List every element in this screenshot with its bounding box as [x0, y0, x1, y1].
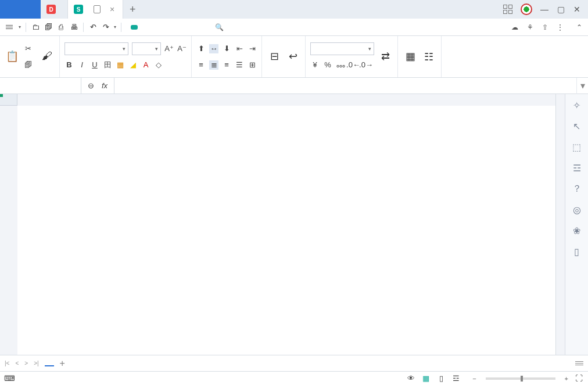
inc-decimal-icon[interactable]: .0← — [349, 60, 358, 70]
mobile-icon[interactable] — [94, 5, 101, 13]
last-sheet-icon[interactable]: >| — [34, 360, 38, 366]
ribbon-tab-start[interactable] — [131, 25, 138, 30]
ribbon-tab-view[interactable] — [180, 25, 187, 30]
saveas-icon[interactable]: 🗐 — [44, 23, 53, 32]
ribbon-tab-data[interactable] — [163, 25, 170, 30]
vertical-scrollbar[interactable] — [555, 94, 565, 355]
first-sheet-icon[interactable]: |< — [5, 360, 9, 366]
comma-icon[interactable]: ₒₒₒ — [336, 60, 345, 70]
align-bottom-icon[interactable]: ⬇ — [222, 44, 231, 53]
paste-button[interactable]: 📋 — [5, 49, 20, 65]
view-normal-icon[interactable]: ▦ — [421, 374, 431, 383]
add-sheet-button[interactable]: + — [60, 358, 65, 369]
close-window-button[interactable]: ✕ — [573, 5, 581, 13]
more-format-button[interactable]: ☷ — [421, 49, 436, 64]
fx-icon[interactable]: fx — [100, 81, 109, 91]
fill-color-button[interactable]: ▦ — [116, 60, 125, 70]
hamburger-icon[interactable] — [6, 25, 13, 29]
ribbon-tab-formula[interactable] — [155, 25, 162, 30]
ribbon-tab-vip[interactable] — [196, 25, 203, 30]
maximize-button[interactable]: ▢ — [557, 5, 565, 13]
cond-format-button[interactable]: ▦ — [403, 49, 418, 65]
next-sheet-icon[interactable]: > — [24, 360, 28, 366]
collapse-ribbon-icon[interactable]: ⌃ — [576, 23, 582, 31]
name-box[interactable] — [0, 78, 81, 94]
shrink-font-icon[interactable]: A⁻ — [177, 44, 187, 53]
unsync-button[interactable]: ☁ — [511, 23, 520, 31]
zoom-out-button[interactable]: − — [472, 375, 476, 382]
expand-fx-icon[interactable]: ▾ — [576, 78, 588, 94]
command-search[interactable]: 🔍 — [211, 21, 230, 33]
add-tab-button[interactable]: + — [123, 0, 142, 19]
help-icon[interactable]: ？ — [572, 183, 582, 194]
view-page-icon[interactable]: ▯ — [436, 374, 446, 383]
eye-icon[interactable]: 👁 — [406, 374, 415, 383]
zoom-slider[interactable] — [486, 377, 555, 380]
font-select[interactable] — [64, 42, 128, 55]
home-tab[interactable] — [0, 0, 41, 19]
type-convert-button[interactable]: ⇄ — [378, 49, 393, 65]
merge-center-button[interactable]: ⊟ — [267, 49, 282, 65]
italic-button[interactable]: I — [77, 60, 87, 70]
sheet-tab[interactable] — [45, 361, 54, 366]
minimize-button[interactable]: — — [540, 5, 548, 13]
settings-tool-icon[interactable]: ☲ — [572, 163, 582, 173]
coop-button[interactable]: ⚘ — [527, 23, 535, 31]
more-icon[interactable]: ⋮ — [557, 23, 564, 31]
indent-left-icon[interactable]: ⇤ — [235, 44, 244, 53]
sparkle-icon[interactable]: ✧ — [572, 100, 582, 110]
pointer-icon[interactable]: ↖ — [572, 121, 582, 131]
dec-decimal-icon[interactable]: .0→ — [361, 60, 371, 70]
book-icon[interactable]: ▯ — [572, 246, 582, 257]
align-left-icon[interactable]: ≡ — [196, 60, 206, 70]
user-avatar[interactable] — [521, 3, 532, 15]
redo-icon[interactable]: ↷ — [101, 23, 110, 32]
align-right-icon[interactable]: ≡ — [222, 60, 231, 70]
clear-format-button[interactable]: ◇ — [154, 60, 163, 70]
percent-icon[interactable]: % — [323, 60, 332, 70]
prev-sheet-icon[interactable]: < — [15, 360, 19, 366]
formula-input[interactable] — [114, 78, 572, 94]
ribbon-tab-dev[interactable] — [188, 25, 195, 30]
cells-area[interactable] — [17, 106, 555, 355]
cut-button[interactable]: ✂ — [23, 42, 36, 55]
zoom-in-button[interactable]: + — [565, 375, 568, 382]
fullscreen-icon[interactable]: ⛶ — [574, 374, 583, 383]
apps-grid-icon[interactable] — [503, 5, 512, 14]
print-preview-icon[interactable]: 🖶 — [69, 23, 78, 32]
spreadsheet-grid[interactable] — [0, 94, 565, 355]
print-icon[interactable]: ⎙ — [56, 23, 66, 32]
grow-font-icon[interactable]: A⁺ — [164, 44, 174, 53]
align-center-icon[interactable]: ≣ — [209, 60, 218, 70]
close-tab-icon[interactable]: × — [110, 5, 114, 14]
highlight-button[interactable]: ◢ — [128, 60, 138, 70]
justify-icon[interactable]: ☰ — [235, 60, 244, 70]
link-tool-icon[interactable]: ❀ — [572, 225, 582, 236]
currency-icon[interactable]: ¥ — [310, 60, 320, 70]
indent-right-icon[interactable]: ⇥ — [248, 44, 257, 53]
file-menu[interactable]: ▾ — [16, 24, 21, 30]
ribbon-tab-review[interactable] — [171, 25, 178, 30]
format-painter-button[interactable]: 🖌 — [40, 49, 55, 65]
select-all-corner[interactable] — [0, 94, 17, 106]
font-size-select[interactable] — [132, 42, 161, 55]
font-color-button[interactable]: A — [141, 60, 150, 70]
wrap-text-button[interactable]: ↩ — [285, 49, 300, 65]
border-button[interactable]: 田 — [103, 60, 112, 70]
view-break-icon[interactable]: ☲ — [451, 374, 461, 383]
document-tab[interactable]: S × — [68, 0, 123, 19]
bold-button[interactable]: B — [64, 60, 74, 70]
merge-align-icon[interactable]: ⊞ — [248, 60, 257, 70]
underline-button[interactable]: U — [90, 60, 99, 70]
number-format-select[interactable] — [310, 42, 374, 55]
sheet-list-icon[interactable] — [575, 361, 583, 365]
ribbon-tab-layout[interactable] — [147, 25, 154, 30]
camera-icon[interactable]: ◎ — [572, 204, 582, 215]
select-tool-icon[interactable]: ⬚ — [572, 142, 582, 152]
save-icon[interactable]: 🗀 — [31, 23, 40, 32]
keyboard-status-icon[interactable]: ⌨ — [5, 374, 14, 383]
copy-button[interactable]: 🗐 — [23, 59, 36, 71]
ribbon-tab-insert[interactable] — [139, 25, 146, 30]
undo-icon[interactable]: ↶ — [88, 23, 98, 32]
cancel-fx-icon[interactable]: ⊖ — [86, 81, 95, 91]
